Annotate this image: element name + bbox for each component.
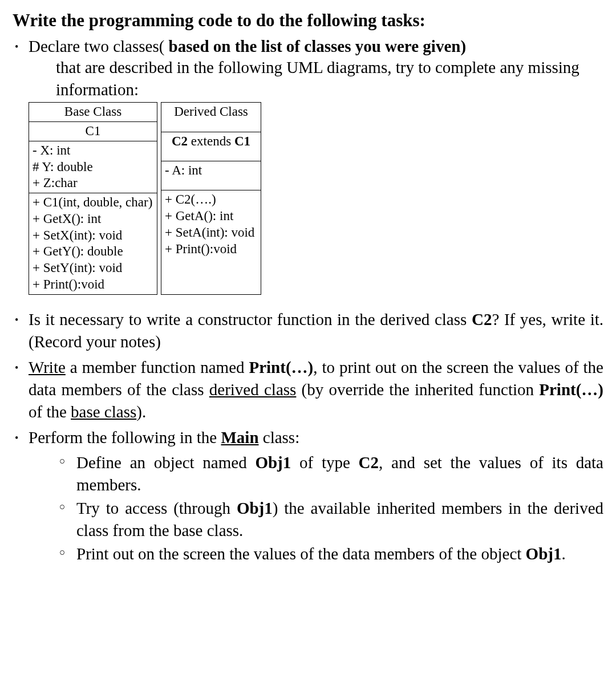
text-underline: base class — [71, 403, 136, 421]
task-declare-classes: Declare two classes( based on the list o… — [13, 35, 603, 295]
text-bold: C2 — [472, 310, 492, 328]
text: . — [561, 545, 565, 563]
text: Perform the following in the — [29, 428, 221, 446]
text-bold-underline: Main — [221, 428, 258, 446]
uml-class-name: C2 extends C1 — [161, 132, 261, 161]
uml-attributes: - X: int # Y: double + Z:char — [29, 141, 157, 193]
text: (by override the inherited function — [296, 380, 539, 399]
uml-diagrams: Base Class C1 - X: int # Y: double + Z:c… — [29, 102, 603, 294]
text-bold: Obj1 — [526, 545, 562, 563]
text: Try to access (through — [76, 499, 237, 517]
page-title: Write the programming code to do the fol… — [13, 10, 603, 31]
uml-methods: + C2(….) + GetA(): int + SetA(int): void… — [161, 190, 261, 294]
text: Declare two classes( — [29, 37, 164, 55]
text-bold: C2 — [359, 453, 379, 472]
text: extends — [188, 134, 234, 148]
text: of the — [29, 403, 71, 421]
text-bold: based on the list of classes you were gi… — [164, 37, 466, 55]
subtask-print-values: Print out on the screen the values of th… — [56, 543, 603, 565]
subtask-access-members: Try to access (through Obj1) the availab… — [56, 497, 603, 542]
text-continuation: that are described in the following UML … — [29, 56, 603, 101]
task-constructor-question: Is it necessary to write a constructor f… — [13, 308, 603, 353]
text: class: — [259, 428, 300, 446]
text: of type — [291, 453, 358, 472]
text-underline: Write — [29, 358, 66, 376]
text: Is it necessary to write a constructor f… — [29, 310, 472, 328]
uml-header: Base Class — [29, 103, 157, 122]
uml-base-class: Base Class C1 - X: int # Y: double + Z:c… — [29, 102, 157, 294]
text-bold: Obj1 — [237, 499, 273, 517]
text: Define an object named — [76, 453, 255, 472]
text: Print out on the screen the values of th… — [76, 545, 526, 563]
text-bold: Print(…) — [249, 358, 313, 376]
uml-attributes: - A: int — [161, 161, 261, 190]
text-bold: Obj1 — [255, 453, 291, 472]
task-list: Declare two classes( based on the list o… — [13, 35, 603, 565]
task-write-print: Write a member function named Print(…), … — [13, 356, 603, 423]
uml-header: Derived Class — [161, 103, 261, 132]
text-underline: derived class — [209, 380, 297, 399]
text-bold: C2 — [172, 134, 188, 148]
text: a member function named — [66, 358, 249, 376]
text-bold: C1 — [234, 134, 250, 148]
text-bold: Print(…) — [539, 380, 603, 399]
uml-methods: + C1(int, double, char) + GetX(): int + … — [29, 193, 157, 295]
text: ). — [136, 403, 146, 421]
subtask-list: Define an object named Obj1 of type C2, … — [29, 452, 603, 566]
task-main-class: Perform the following in the Main class:… — [13, 427, 603, 565]
uml-class-name: C1 — [29, 122, 157, 141]
uml-derived-class: Derived Class C2 extends C1 - A: int + C… — [161, 102, 261, 294]
subtask-define-obj: Define an object named Obj1 of type C2, … — [56, 452, 603, 496]
document-page: Write the programming code to do the fol… — [0, 0, 616, 591]
